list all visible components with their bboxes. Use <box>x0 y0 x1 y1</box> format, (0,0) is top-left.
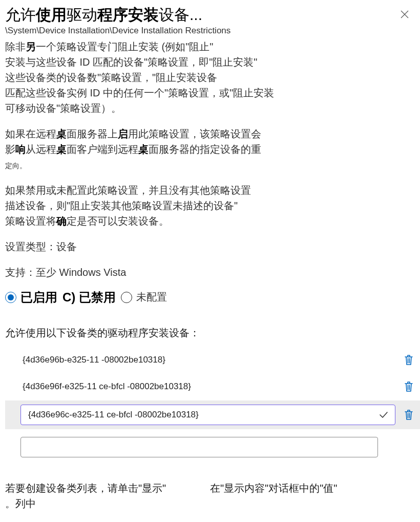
check-icon <box>379 410 389 420</box>
close-button[interactable] <box>397 7 412 22</box>
description: 除非另一个策略设置专门阻止安装 (例如"阻止"安装与这些设备 ID 匹配的设备"… <box>5 39 415 280</box>
delete-button[interactable] <box>403 354 415 366</box>
list-item-text: {4d36e96f-e325-11 ce-bfcl -08002be10318} <box>20 382 395 392</box>
footer-help-right: 在"显示内容"对话框中的"值" <box>210 480 337 496</box>
footer-help-line: 。列中 <box>5 496 415 511</box>
state-radio-group: 已启用 C) 已禁用 未配置 <box>5 289 415 306</box>
list-item-active: {4d36e96c-e325-11 ce-bfcl -08002be10318} <box>5 400 420 429</box>
radio-enabled[interactable]: 已启用 <box>5 289 57 306</box>
page-title: 允许使用驱动程序安装设备... <box>5 5 415 25</box>
breadcrumb: \System\Device Installation\Device Insta… <box>5 26 415 36</box>
trash-icon <box>404 381 414 392</box>
radio-icon <box>121 292 132 303</box>
close-icon <box>400 10 409 19</box>
radio-disabled-label: C) 已禁用 <box>62 289 116 306</box>
new-guid-input[interactable] <box>20 437 378 457</box>
trash-icon <box>404 354 414 366</box>
delete-button[interactable] <box>403 380 415 393</box>
footer-help-left: 若要创建设备类列表，请单击"显示" <box>5 480 179 496</box>
radio-notconfigured-label: 未配置 <box>136 290 167 304</box>
list-item: {4d36e96b-e325-11 -08002be10318} <box>20 347 415 373</box>
list-item-new <box>20 434 378 460</box>
radio-enabled-label: 已启用 <box>20 289 57 306</box>
guid-input[interactable]: {4d36e96c-e325-11 ce-bfcl -08002be10318} <box>20 405 395 425</box>
footer-help: 若要创建设备类列表，请单击"显示" 在"显示内容"对话框中的"值" 。列中 ，键… <box>5 480 415 523</box>
list-item: {4d36e96f-e325-11 ce-bfcl -08002be10318} <box>20 374 415 399</box>
delete-button[interactable] <box>403 409 415 421</box>
radio-icon <box>5 292 16 303</box>
guid-list: {4d36e96b-e325-11 -08002be10318} {4d36e9… <box>5 347 415 460</box>
guid-input-value: {4d36e96c-e325-11 ce-bfcl -08002be10318} <box>28 410 377 420</box>
confirm-button[interactable] <box>377 409 390 421</box>
trash-icon <box>404 409 414 420</box>
list-item-text: {4d36e96b-e325-11 -08002be10318} <box>20 355 395 365</box>
radio-notconfigured[interactable]: 未配置 <box>121 290 167 304</box>
list-label: 允许使用以下设备类的驱动程序安装设备： <box>5 326 415 340</box>
